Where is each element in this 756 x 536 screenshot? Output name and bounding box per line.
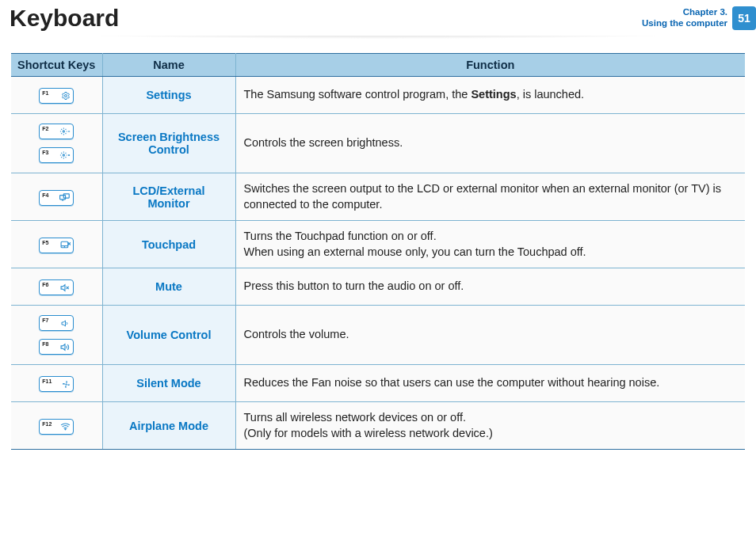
table-row: F2 F3 Screen Brightness Control Controls… — [11, 114, 745, 173]
table-row: F4 LCD/External Monitor Switches the scr… — [11, 173, 745, 221]
brightness-down-icon — [51, 127, 71, 135]
keycap-f7: F7 — [39, 315, 74, 331]
svg-point-11 — [63, 154, 64, 156]
svg-line-8 — [62, 133, 63, 134]
wifi-icon — [54, 422, 71, 431]
col-header-shortcut: Shortcut Keys — [11, 54, 102, 77]
name-cell: Settings — [102, 77, 235, 114]
keycap-f1: F1 — [39, 88, 74, 104]
svg-line-7 — [66, 133, 67, 134]
name-cell: Screen Brightness Control — [102, 114, 235, 173]
svg-line-16 — [62, 153, 63, 154]
svg-line-18 — [62, 157, 63, 158]
fan-icon — [54, 380, 71, 389]
table-row: F12 Airplane Mode Turns all wireless net… — [11, 402, 745, 450]
svg-point-36 — [65, 429, 66, 430]
shortcut-table: Shortcut Keys Name Function F1 Settings … — [11, 53, 745, 450]
svg-line-9 — [66, 129, 67, 130]
svg-marker-34 — [61, 344, 65, 350]
svg-point-1 — [63, 131, 64, 132]
mute-icon — [51, 283, 71, 292]
function-cell: Turns all wireless network devices on or… — [235, 402, 745, 450]
function-cell: Switches the screen output to the LCD or… — [235, 173, 745, 221]
svg-line-19 — [66, 153, 67, 154]
svg-rect-23 — [64, 194, 70, 198]
svg-rect-22 — [60, 196, 66, 200]
keycap-f11: F11 — [39, 376, 74, 392]
volume-up-icon — [51, 343, 71, 352]
brightness-up-icon — [51, 151, 71, 159]
name-cell: Volume Control — [102, 306, 235, 365]
col-header-function: Function — [235, 54, 745, 77]
page-title: Keyboard — [10, 5, 119, 31]
function-cell: Reduces the Fan noise so that users can … — [235, 365, 745, 402]
keycap-f12: F12 — [39, 419, 74, 435]
table-row: F7 F8 Volume Control Controls the volume… — [11, 306, 745, 365]
divider-shadow — [0, 36, 756, 47]
table-row: F6 Mute Press this button to turn the au… — [11, 268, 745, 306]
name-cell: Mute — [102, 268, 235, 306]
volume-down-icon — [51, 319, 71, 328]
function-cell: Turns the Touchpad function on or off.Wh… — [235, 221, 745, 268]
keycap-f4: F4 — [39, 190, 74, 206]
keycap-f5: F5 — [39, 238, 74, 253]
keycap-f6: F6 — [39, 279, 74, 295]
chapter-line: Chapter 3. — [642, 7, 727, 18]
svg-marker-33 — [62, 321, 66, 326]
keycap-f8: F8 — [39, 339, 74, 355]
table-row: F11 Silent Mode Reduces the Fan noise so… — [11, 365, 745, 402]
keycap-f2: F2 — [39, 124, 74, 139]
function-cell: Press this button to turn the audio on o… — [235, 268, 745, 306]
monitor-icon — [51, 193, 71, 202]
table-row: F5 Touchpad Turns the Touchpad function … — [11, 221, 745, 268]
svg-line-6 — [62, 129, 63, 130]
function-cell: Controls the volume. — [235, 306, 745, 365]
svg-marker-30 — [61, 284, 65, 291]
keycap-f3: F3 — [39, 147, 74, 163]
function-cell: The Samsung software control program, th… — [235, 77, 745, 114]
svg-line-17 — [66, 157, 67, 158]
name-cell: LCD/External Monitor — [102, 173, 235, 221]
name-cell: Silent Mode — [102, 365, 235, 402]
chapter-subtitle: Using the computer — [642, 18, 727, 29]
svg-point-0 — [65, 95, 67, 97]
table-header-row: Shortcut Keys Name Function — [11, 54, 745, 77]
settings-icon — [51, 91, 71, 101]
chapter-block: Chapter 3. Using the computer 51 — [642, 5, 756, 30]
page-number-badge: 51 — [732, 6, 756, 30]
touchpad-off-icon — [51, 241, 71, 249]
col-header-name: Name — [102, 54, 235, 77]
name-cell: Airplane Mode — [102, 402, 235, 450]
table-row: F1 Settings The Samsung software control… — [11, 77, 745, 114]
name-cell: Touchpad — [102, 221, 235, 268]
function-cell: Controls the screen brightness. — [235, 114, 745, 173]
